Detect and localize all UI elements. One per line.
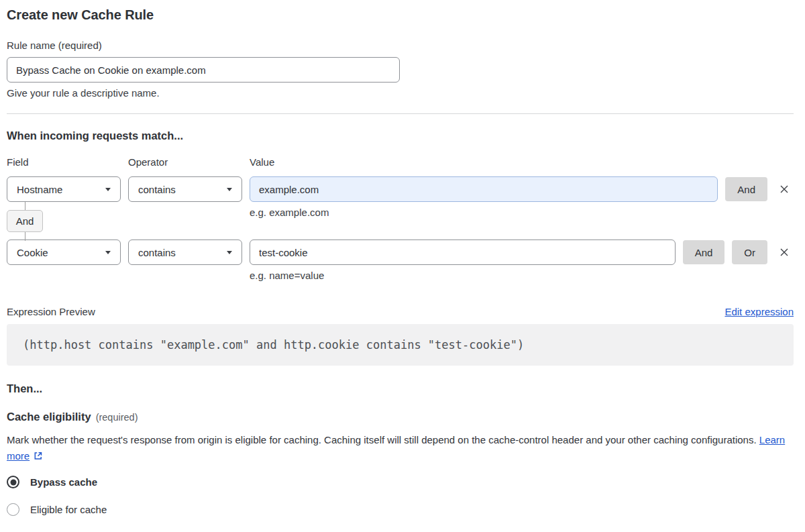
rule-name-input[interactable] (7, 57, 400, 83)
value-column-label: Value (250, 156, 760, 168)
operator-select-value: contains (138, 184, 176, 195)
condition-rows: Hostname contains And e.g. example.com A… (7, 176, 794, 281)
external-link-icon (33, 451, 43, 461)
section-divider (7, 113, 794, 114)
chevron-down-icon (227, 251, 232, 254)
field-select-value: Cookie (17, 247, 48, 258)
x-icon (778, 246, 790, 258)
match-section-heading: When incoming requests match... (7, 129, 794, 142)
required-note: (required) (96, 412, 138, 423)
x-icon (778, 183, 790, 195)
condition-column-labels: Field Operator Value (7, 156, 794, 168)
field-select[interactable]: Hostname (7, 176, 121, 202)
radio-selected-icon[interactable] (7, 476, 19, 488)
field-select-value: Hostname (17, 184, 62, 195)
field-column-label: Field (7, 156, 121, 168)
radio-unselected-icon[interactable] (7, 503, 19, 516)
chevron-down-icon (105, 251, 111, 254)
edit-expression-link[interactable]: Edit expression (724, 306, 794, 317)
expression-preview-header: Expression Preview Edit expression (7, 306, 794, 317)
remove-condition-button[interactable] (775, 243, 794, 262)
expression-preview-box: (http.host contains "example.com" and ht… (7, 324, 794, 366)
bypass-cache-label: Bypass cache (30, 476, 97, 488)
operator-column-label: Operator (128, 156, 242, 168)
cache-eligibility-title: Cache eligibility (7, 411, 91, 423)
create-cache-rule-form: Create new Cache Rule Rule name (require… (0, 7, 794, 516)
and-button[interactable]: And (683, 240, 725, 264)
value-hint: e.g. example.com (250, 207, 718, 218)
or-button[interactable]: Or (732, 240, 767, 264)
cache-eligibility-description: Mark whether the request's response from… (7, 432, 794, 464)
page-title: Create new Cache Rule (7, 7, 794, 23)
eligible-for-cache-label: Eligible for cache (30, 504, 107, 515)
operator-select[interactable]: contains (128, 240, 242, 265)
value-hint: e.g. name=value (250, 270, 676, 281)
description-text: Mark whether the request's response from… (7, 434, 757, 445)
remove-condition-button[interactable] (775, 180, 794, 199)
field-select[interactable]: Cookie (7, 240, 121, 265)
expression-code: (http.host contains "example.com" and ht… (23, 338, 524, 352)
row-actions: And Or (683, 240, 767, 264)
cache-eligibility-options: Bypass cache Eligible for cache (7, 476, 794, 516)
row-actions: And (725, 177, 767, 201)
chevron-down-icon (227, 188, 232, 191)
cache-eligibility-heading: Cache eligibility(required) (7, 411, 794, 423)
and-button[interactable]: And (725, 177, 767, 201)
then-heading: Then... (7, 382, 794, 395)
bypass-cache-option[interactable]: Bypass cache (7, 476, 794, 488)
operator-select[interactable]: contains (128, 176, 242, 202)
operator-select-value: contains (138, 247, 176, 258)
eligible-for-cache-option[interactable]: Eligible for cache (7, 503, 794, 516)
value-input[interactable] (250, 240, 676, 265)
value-input[interactable] (250, 176, 718, 202)
condition-row-2: Cookie contains And Or e.g. name=value (7, 240, 794, 281)
expression-preview-label: Expression Preview (7, 306, 95, 317)
chevron-down-icon (105, 188, 111, 191)
connector-and-button[interactable]: And (7, 210, 43, 232)
rule-name-label: Rule name (required) (7, 40, 794, 51)
rule-name-help: Give your rule a descriptive name. (7, 87, 794, 99)
condition-row-1: Hostname contains And e.g. example.com (7, 176, 794, 218)
